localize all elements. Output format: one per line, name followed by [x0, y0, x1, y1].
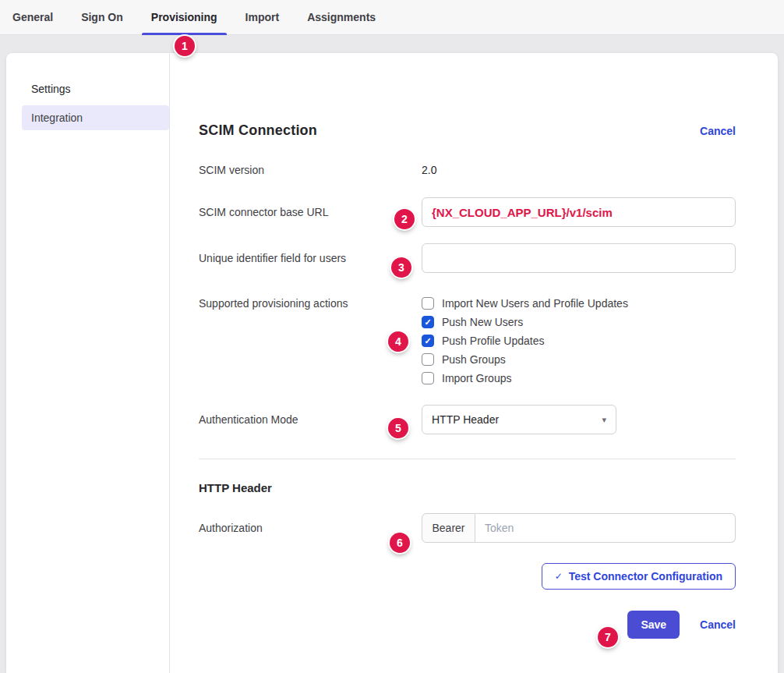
checkbox-unchecked-icon[interactable] — [422, 353, 434, 366]
app-tabbar: General Sign On Provisioning Import Assi… — [0, 0, 784, 35]
provisioning-options-list: Import New Users and Profile Updates✓Pus… — [422, 294, 628, 388]
unique-identifier-row: Unique identifier field for users — [199, 243, 736, 273]
scim-version-row: SCIM version 2.0 — [199, 164, 736, 176]
base-url-row: SCIM connector base URL — [199, 197, 736, 227]
http-header-section-title: HTTP Header — [199, 481, 736, 494]
provisioning-option-label: Push New Users — [442, 316, 523, 328]
auth-mode-select[interactable]: HTTP Header ▾ — [422, 405, 616, 434]
test-connector-button-label: Test Connector Configuration — [569, 570, 722, 583]
cancel-link-top[interactable]: Cancel — [700, 125, 736, 137]
panel-header: SCIM Connection Cancel — [199, 122, 736, 139]
checkbox-checked-icon[interactable]: ✓ — [422, 316, 434, 328]
unique-identifier-input[interactable] — [422, 243, 736, 273]
sidebar-heading-settings: Settings — [6, 76, 169, 105]
tab-provisioning[interactable]: Provisioning — [142, 0, 227, 34]
test-connector-row: ✓ Test Connector Configuration — [199, 563, 736, 590]
check-icon: ✓ — [555, 571, 563, 582]
provisioning-option[interactable]: ✓Push Profile Updates — [422, 331, 628, 350]
step-badge-1: 1 — [175, 36, 195, 56]
scim-version-label: SCIM version — [199, 164, 422, 176]
step-badge-5: 5 — [388, 418, 408, 438]
step-badge-3: 3 — [391, 257, 411, 278]
provisioning-actions-row: Supported provisioning actions Import Ne… — [199, 294, 736, 388]
test-connector-button[interactable]: ✓ Test Connector Configuration — [542, 563, 736, 590]
save-row: Save Cancel — [199, 611, 736, 639]
bearer-prefix: Bearer — [422, 513, 475, 543]
tab-sign-on[interactable]: Sign On — [72, 0, 132, 34]
authorization-label: Authorization — [199, 522, 422, 534]
authorization-input-group: Bearer — [422, 513, 736, 543]
step-badge-4: 4 — [388, 331, 408, 352]
scim-connection-panel: SCIM Connection Cancel SCIM version 2.0 … — [170, 53, 778, 673]
base-url-label: SCIM connector base URL — [199, 206, 422, 218]
checkbox-unchecked-icon[interactable] — [422, 372, 434, 384]
sidebar: Settings Integration — [6, 53, 170, 673]
provisioning-option[interactable]: Import Groups — [422, 369, 628, 388]
step-badge-2: 2 — [394, 209, 415, 229]
authorization-row: Authorization Bearer — [199, 513, 736, 543]
save-button[interactable]: Save — [627, 611, 680, 639]
base-url-input[interactable] — [422, 197, 736, 227]
sidebar-item-integration[interactable]: Integration — [22, 105, 169, 130]
scim-version-value: 2.0 — [422, 164, 436, 176]
chevron-down-icon: ▾ — [602, 415, 606, 425]
tab-general[interactable]: General — [3, 0, 62, 34]
content-card: Settings Integration SCIM Connection Can… — [6, 53, 778, 673]
provisioning-option[interactable]: Push Groups — [422, 350, 628, 369]
step-badge-6: 6 — [390, 533, 410, 553]
page-title: SCIM Connection — [199, 122, 317, 139]
cancel-link-bottom[interactable]: Cancel — [700, 618, 736, 631]
provisioning-option-label: Import Groups — [442, 372, 511, 384]
auth-mode-selected-value: HTTP Header — [432, 413, 499, 426]
provisioning-option-label: Push Groups — [442, 353, 506, 366]
provisioning-option[interactable]: ✓Push New Users — [422, 313, 628, 331]
checkbox-unchecked-icon[interactable] — [422, 297, 434, 310]
provisioning-option[interactable]: Import New Users and Profile Updates — [422, 294, 628, 313]
token-input[interactable] — [475, 513, 736, 543]
tab-import[interactable]: Import — [236, 0, 289, 34]
tab-assignments[interactable]: Assignments — [298, 0, 385, 34]
provisioning-option-label: Import New Users and Profile Updates — [442, 297, 628, 310]
checkbox-checked-icon[interactable]: ✓ — [422, 335, 434, 347]
auth-mode-row: Authentication Mode HTTP Header ▾ — [199, 405, 736, 434]
provisioning-option-label: Push Profile Updates — [442, 335, 545, 347]
provisioning-actions-label: Supported provisioning actions — [199, 294, 422, 313]
section-divider — [199, 459, 736, 459]
step-badge-7: 7 — [598, 627, 618, 647]
unique-identifier-label: Unique identifier field for users — [199, 252, 422, 264]
